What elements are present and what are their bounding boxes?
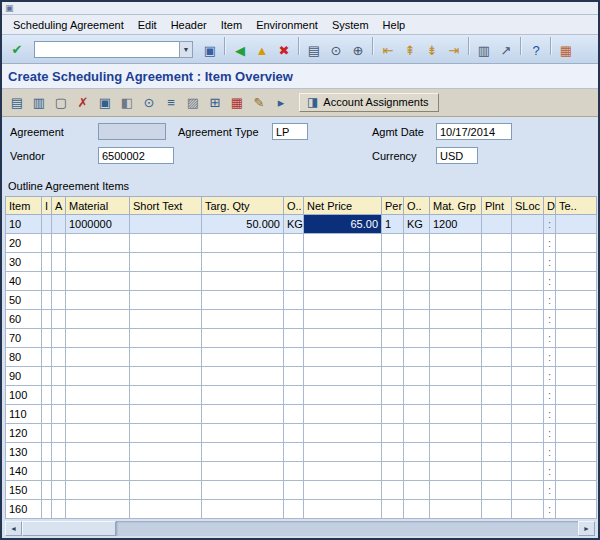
column-header-item[interactable]: Item xyxy=(6,197,42,215)
cell-d[interactable]: : xyxy=(544,348,556,367)
cell-short_text[interactable] xyxy=(130,500,202,519)
cell-material[interactable] xyxy=(66,386,130,405)
column-header-per[interactable]: Per xyxy=(382,197,404,215)
cell-plnt[interactable] xyxy=(482,310,512,329)
cell-d[interactable]: : xyxy=(544,405,556,424)
cell-short_text[interactable] xyxy=(130,386,202,405)
cell-te[interactable] xyxy=(556,443,597,462)
cell-short_text[interactable] xyxy=(130,424,202,443)
column-header-opu[interactable]: O.. xyxy=(404,197,430,215)
back-icon[interactable]: ◀ xyxy=(229,39,251,61)
cell-plnt[interactable] xyxy=(482,367,512,386)
cell-ou[interactable] xyxy=(284,500,304,519)
cell-d[interactable]: : xyxy=(544,443,556,462)
last-page-icon[interactable]: ⇥ xyxy=(443,39,465,61)
menu-item-item[interactable]: Item xyxy=(214,19,249,31)
texts-icon[interactable]: ▨ xyxy=(182,92,204,114)
cell-short_text[interactable] xyxy=(130,443,202,462)
cell-net_price[interactable] xyxy=(304,367,382,386)
cell-sloc[interactable] xyxy=(512,424,544,443)
cell-te[interactable] xyxy=(556,272,597,291)
cell-d[interactable]: : xyxy=(544,329,556,348)
cell-plnt[interactable] xyxy=(482,500,512,519)
menu-item-help[interactable]: Help xyxy=(376,19,413,31)
cell-net_price[interactable] xyxy=(304,481,382,500)
cell-per[interactable] xyxy=(382,424,404,443)
cell-sloc[interactable] xyxy=(512,405,544,424)
cell-i[interactable] xyxy=(42,253,52,272)
cell-short_text[interactable] xyxy=(130,253,202,272)
cell-item[interactable]: 100 xyxy=(6,386,42,405)
cell-per[interactable] xyxy=(382,348,404,367)
new-session-icon[interactable]: ▥ xyxy=(473,39,495,61)
cell-mat_grp[interactable] xyxy=(430,310,482,329)
cell-item[interactable]: 10 xyxy=(6,215,42,234)
cell-opu[interactable] xyxy=(404,234,430,253)
cell-net_price[interactable] xyxy=(304,310,382,329)
scroll-right-button[interactable]: ► xyxy=(578,521,595,536)
cell-per[interactable] xyxy=(382,443,404,462)
cell-plnt[interactable] xyxy=(482,253,512,272)
cell-per[interactable] xyxy=(382,462,404,481)
cell-sloc[interactable] xyxy=(512,500,544,519)
cell-te[interactable] xyxy=(556,234,597,253)
item-details-icon[interactable]: ▤ xyxy=(6,92,28,114)
cell-te[interactable] xyxy=(556,405,597,424)
cell-per[interactable] xyxy=(382,367,404,386)
exit-icon[interactable]: ▲ xyxy=(251,39,273,61)
cell-a[interactable] xyxy=(52,234,66,253)
command-field[interactable] xyxy=(34,41,179,58)
cell-short_text[interactable] xyxy=(130,215,202,234)
cell-material[interactable] xyxy=(66,348,130,367)
cell-net_price[interactable] xyxy=(304,329,382,348)
horizontal-scrollbar[interactable]: ◄ ► xyxy=(5,521,595,536)
cell-ou[interactable] xyxy=(284,386,304,405)
cell-sloc[interactable] xyxy=(512,348,544,367)
cell-opu[interactable] xyxy=(404,329,430,348)
cell-targ_qty[interactable] xyxy=(202,348,284,367)
cell-net_price[interactable] xyxy=(304,405,382,424)
cell-i[interactable] xyxy=(42,443,52,462)
cell-plnt[interactable] xyxy=(482,481,512,500)
cell-net_price[interactable] xyxy=(304,386,382,405)
cell-item[interactable]: 60 xyxy=(6,310,42,329)
menu-item-scheduling-agreement[interactable]: Scheduling Agreement xyxy=(6,19,131,31)
column-header-mat_grp[interactable]: Mat. Grp xyxy=(430,197,482,215)
cell-ou[interactable] xyxy=(284,424,304,443)
cell-te[interactable] xyxy=(556,481,597,500)
cell-targ_qty[interactable] xyxy=(202,481,284,500)
cell-mat_grp[interactable] xyxy=(430,405,482,424)
cell-material[interactable]: 1000000 xyxy=(66,215,130,234)
cell-short_text[interactable] xyxy=(130,462,202,481)
cell-net_price[interactable]: 65.00 xyxy=(304,215,382,234)
cell-net_price[interactable] xyxy=(304,253,382,272)
cell-targ_qty[interactable] xyxy=(202,329,284,348)
cell-ou[interactable] xyxy=(284,291,304,310)
cell-targ_qty[interactable] xyxy=(202,234,284,253)
cell-opu[interactable] xyxy=(404,462,430,481)
cell-mat_grp[interactable] xyxy=(430,253,482,272)
cell-ou[interactable] xyxy=(284,405,304,424)
cell-net_price[interactable] xyxy=(304,443,382,462)
cell-material[interactable] xyxy=(66,443,130,462)
cell-opu[interactable] xyxy=(404,500,430,519)
cell-mat_grp[interactable] xyxy=(430,424,482,443)
cell-ou[interactable] xyxy=(284,310,304,329)
cell-ou[interactable] xyxy=(284,481,304,500)
cell-ou[interactable] xyxy=(284,329,304,348)
cell-mat_grp[interactable] xyxy=(430,348,482,367)
cell-item[interactable]: 140 xyxy=(6,462,42,481)
cell-a[interactable] xyxy=(52,291,66,310)
cell-targ_qty[interactable] xyxy=(202,291,284,310)
window-menu-icon[interactable]: ▣ xyxy=(5,4,14,13)
cell-a[interactable] xyxy=(52,481,66,500)
cell-a[interactable] xyxy=(52,310,66,329)
cell-mat_grp[interactable] xyxy=(430,234,482,253)
cell-sloc[interactable] xyxy=(512,367,544,386)
cell-material[interactable] xyxy=(66,291,130,310)
agmt-date-field[interactable] xyxy=(436,123,512,140)
cell-item[interactable]: 80 xyxy=(6,348,42,367)
cell-i[interactable] xyxy=(42,291,52,310)
cell-te[interactable] xyxy=(556,215,597,234)
column-header-material[interactable]: Material xyxy=(66,197,130,215)
